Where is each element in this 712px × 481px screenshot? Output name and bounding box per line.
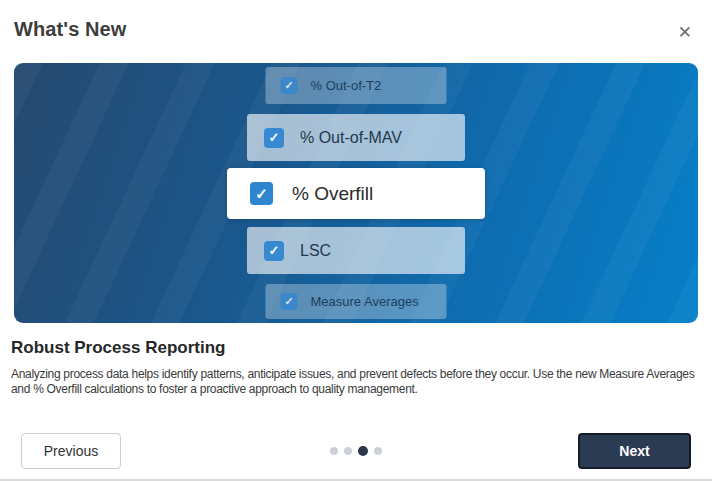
checkbox-checked-icon: ✓ <box>250 182 273 205</box>
feature-illustration-banner: ✓ % Out-of-T2 ✓ % Out-of-MAV ✓ % Overfil… <box>14 63 698 323</box>
whats-new-dialog: What's New ✕ ✓ % Out-of-T2 ✓ % Out-of-MA… <box>0 0 712 481</box>
checkbox-row-label: % Overfill <box>292 183 373 205</box>
next-button[interactable]: Next <box>578 433 691 469</box>
feature-body-text: Analyzing process data helps identify pa… <box>11 367 705 398</box>
dialog-footer: Previous Next <box>0 433 712 469</box>
illustration-checkbox-row-lsc: ✓ LSC <box>247 227 465 274</box>
checkbox-checked-icon: ✓ <box>264 128 284 148</box>
pagination-dot-2[interactable] <box>344 447 352 455</box>
illustration-checkbox-row-out-of-t2: ✓ % Out-of-T2 <box>266 67 447 104</box>
pagination-dot-3[interactable] <box>358 446 368 456</box>
checkbox-row-label: % Out-of-MAV <box>300 129 402 147</box>
illustration-checkbox-row-overfill: ✓ % Overfill <box>227 168 485 219</box>
close-icon[interactable]: ✕ <box>674 20 696 45</box>
illustration-checkbox-row-out-of-mav: ✓ % Out-of-MAV <box>247 114 465 161</box>
illustration-checkbox-row-measure-averages: ✓ Measure Averages <box>266 284 447 319</box>
checkbox-row-label: LSC <box>300 242 331 260</box>
dialog-header: What's New ✕ <box>0 0 712 45</box>
checkbox-row-label: Measure Averages <box>311 294 419 309</box>
dialog-title: What's New <box>14 18 126 41</box>
checkbox-row-label: % Out-of-T2 <box>311 78 382 93</box>
checkbox-checked-icon: ✓ <box>281 77 298 94</box>
pagination-dot-1[interactable] <box>330 447 338 455</box>
previous-button[interactable]: Previous <box>21 433 121 469</box>
feature-description-section: Robust Process Reporting Analyzing proce… <box>11 338 705 398</box>
checkbox-checked-icon: ✓ <box>281 293 298 310</box>
checkbox-checked-icon: ✓ <box>264 241 284 261</box>
pagination-dots <box>330 446 382 456</box>
pagination-dot-4[interactable] <box>374 447 382 455</box>
feature-heading: Robust Process Reporting <box>11 338 705 358</box>
